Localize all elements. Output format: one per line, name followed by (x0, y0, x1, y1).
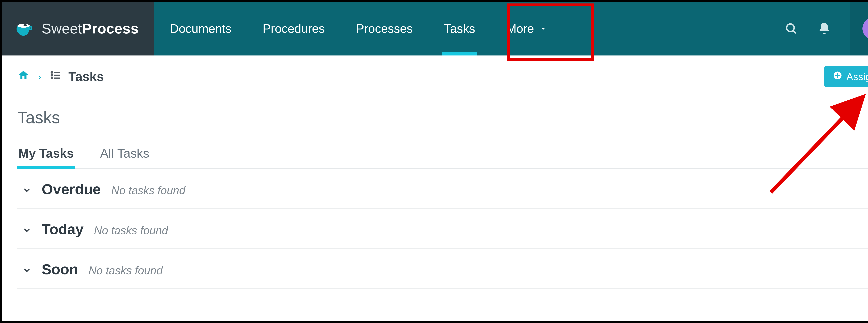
section-today[interactable]: Today No tasks found (18, 209, 868, 249)
search-icon[interactable] (784, 22, 798, 36)
tab-my-tasks[interactable]: My Tasks (18, 146, 75, 169)
tabs: My Tasks All Tasks (18, 146, 868, 169)
brand-text-sweet: Sweet (42, 21, 82, 37)
svg-point-9 (51, 77, 53, 79)
section-soon[interactable]: Soon No tasks found (18, 249, 868, 289)
nav-item-label: Processes (356, 22, 413, 36)
section-empty-text: No tasks found (111, 184, 185, 197)
svg-point-7 (51, 72, 53, 73)
nav-right: S (777, 2, 868, 56)
section-overdue[interactable]: Overdue No tasks found (18, 169, 868, 209)
tab-label: My Tasks (19, 146, 74, 160)
nav-item-tasks[interactable]: Tasks (429, 2, 491, 56)
assign-task-button[interactable]: Assign Task (824, 66, 868, 87)
chevron-down-icon (23, 185, 31, 196)
section-title: Today (42, 221, 84, 238)
svg-point-8 (51, 75, 53, 76)
svg-point-2 (786, 24, 794, 31)
avatar: S (863, 17, 868, 40)
user-menu[interactable]: S (850, 2, 868, 56)
section-title: Soon (42, 261, 78, 278)
nav-item-label: Tasks (444, 22, 475, 36)
tab-all-tasks[interactable]: All Tasks (99, 146, 150, 169)
brand-logo[interactable]: SweetProcess (2, 2, 154, 56)
nav-item-label: Procedures (262, 22, 325, 36)
top-nav: SweetProcess Documents Procedures Proces… (2, 2, 868, 56)
bell-icon[interactable] (817, 22, 831, 36)
breadcrumb: › Tasks (18, 69, 104, 84)
brand-text-process: Process (82, 21, 139, 37)
nav-item-label: More (506, 22, 534, 36)
nav-items: Documents Procedures Processes Tasks Mor… (154, 2, 777, 56)
chevron-down-icon (539, 22, 547, 36)
breadcrumb-current: Tasks (68, 69, 104, 84)
brand-text: SweetProcess (42, 21, 139, 37)
nav-item-documents[interactable]: Documents (154, 2, 247, 56)
section-empty-text: No tasks found (94, 224, 168, 237)
nav-item-processes[interactable]: Processes (340, 2, 429, 56)
nav-item-label: Documents (170, 22, 231, 36)
svg-point-1 (24, 24, 27, 26)
page-title: Tasks (18, 108, 868, 127)
list-icon (50, 70, 61, 84)
tab-label: All Tasks (100, 146, 149, 160)
section-empty-text: No tasks found (89, 264, 163, 277)
home-icon[interactable] (18, 69, 30, 84)
assign-task-label: Assign Task (846, 71, 868, 82)
chevron-down-icon (23, 225, 31, 236)
breadcrumb-separator: › (36, 71, 43, 82)
nav-item-more[interactable]: More (491, 2, 563, 56)
svg-line-3 (793, 31, 796, 33)
page-body: Tasks My Tasks All Tasks Overdue No task… (2, 94, 868, 289)
plus-circle-icon (833, 71, 842, 82)
sub-bar: › Tasks Assign Task (2, 56, 868, 94)
svg-point-0 (18, 24, 30, 28)
nav-item-procedures[interactable]: Procedures (247, 2, 340, 56)
cup-icon (16, 19, 35, 38)
section-title: Overdue (42, 181, 101, 198)
chevron-down-icon (23, 265, 31, 276)
